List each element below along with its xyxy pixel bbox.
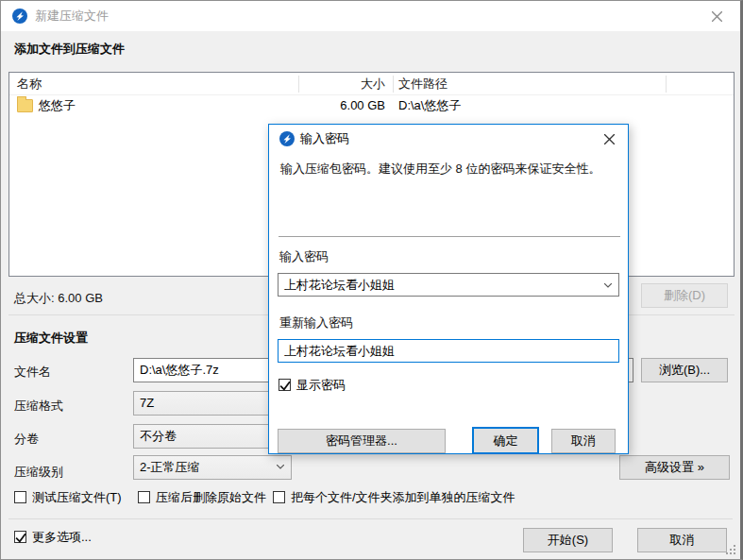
checkbox-label: 显示密码 xyxy=(296,378,346,393)
resize-grip[interactable] xyxy=(734,552,735,554)
app-logo-icon xyxy=(12,8,27,24)
checkbox-box[interactable] xyxy=(14,491,26,503)
checkbox-delete-originals[interactable]: 压缩后删除原始文件 xyxy=(138,490,266,505)
dialog-title: 输入密码 xyxy=(300,125,349,153)
check-icon xyxy=(279,380,291,391)
confirm-password-label: 重新输入密码 xyxy=(279,314,353,331)
window-close-button[interactable] xyxy=(701,1,733,31)
checkbox-box[interactable] xyxy=(273,491,285,503)
volume-value: 不分卷 xyxy=(140,429,177,443)
checkbox-label: 测试压缩文件(T) xyxy=(32,490,122,505)
section-add-files-label: 添加文件到压缩文件 xyxy=(14,41,125,58)
check-icon xyxy=(15,532,26,543)
column-divider[interactable] xyxy=(666,76,667,93)
new-archive-window: 新建压缩文件 添加文件到压缩文件 名称 大小 文件路径 悠悠子 6.00 GB … xyxy=(0,0,743,560)
level-label: 压缩级别 xyxy=(14,464,63,481)
checkbox-label: 更多选项... xyxy=(32,530,92,545)
section-settings-label: 压缩文件设置 xyxy=(14,330,88,347)
format-label: 压缩格式 xyxy=(14,398,63,415)
password-label: 输入密码 xyxy=(279,248,329,265)
checkbox-box[interactable] xyxy=(14,531,26,543)
window-title: 新建压缩文件 xyxy=(35,1,109,31)
password-manager-button[interactable]: 密码管理器... xyxy=(278,429,446,453)
filename-label: 文件名 xyxy=(14,364,51,381)
password-dialog: 输入密码 输入压缩包密码。建议使用至少 8 位的密码来保证安全性。 输入密码 上… xyxy=(268,124,629,454)
file-list-header: 名称 大小 文件路径 xyxy=(9,73,734,95)
confirm-password-input[interactable]: 上村花论坛看小姐姐 xyxy=(278,339,619,363)
table-row[interactable]: 悠悠子 6.00 GB D:\a\悠悠子 xyxy=(9,95,734,116)
level-value: 2-正常压缩 xyxy=(140,460,200,474)
folder-icon xyxy=(17,99,33,112)
password-value: 上村花论坛看小姐姐 xyxy=(284,278,395,292)
column-header-path[interactable]: 文件路径 xyxy=(398,73,447,95)
checkbox-test-archive[interactable]: 测试压缩文件(T) xyxy=(14,490,122,505)
dialog-close-button[interactable] xyxy=(594,125,624,153)
checkbox-label: 压缩后删除原始文件 xyxy=(156,490,266,505)
cancel-button[interactable]: 取消 xyxy=(637,528,727,552)
column-divider[interactable] xyxy=(298,76,299,93)
divider xyxy=(279,236,620,237)
advanced-settings-button[interactable]: 高级设置 » xyxy=(619,455,730,480)
total-size-text: 总大小: 6.00 GB xyxy=(14,290,103,307)
checkbox-separate-archives[interactable]: 把每个文件/文件夹添加到单独的压缩文件 xyxy=(273,490,515,505)
checkbox-more-options[interactable]: 更多选项... xyxy=(14,530,92,545)
close-icon xyxy=(604,134,615,144)
file-name: 悠悠子 xyxy=(39,95,76,116)
column-divider[interactable] xyxy=(393,76,394,93)
checkbox-box[interactable] xyxy=(279,379,291,391)
checkbox-label: 把每个文件/文件夹添加到单独的压缩文件 xyxy=(291,490,515,505)
checkbox-box[interactable] xyxy=(138,491,150,503)
password-input[interactable]: 上村花论坛看小姐姐 xyxy=(278,273,619,297)
dialog-titlebar: 输入密码 xyxy=(269,125,628,153)
column-header-size[interactable]: 大小 xyxy=(312,73,385,95)
volume-label: 分卷 xyxy=(14,431,39,448)
format-value: 7Z xyxy=(140,396,154,410)
app-logo-icon xyxy=(279,131,295,146)
start-button[interactable]: 开始(S) xyxy=(523,528,613,552)
window-titlebar: 新建压缩文件 xyxy=(1,1,740,31)
browse-button[interactable]: 浏览(B)... xyxy=(641,358,728,382)
column-header-name[interactable]: 名称 xyxy=(17,73,42,95)
chevron-down-icon xyxy=(604,283,612,288)
level-select[interactable]: 2-正常压缩 xyxy=(133,455,292,480)
close-icon xyxy=(712,11,722,22)
delete-button[interactable]: 删除(D) xyxy=(641,283,728,308)
dialog-message: 输入压缩包密码。建议使用至少 8 位的密码来保证安全性。 xyxy=(280,161,616,178)
file-path: D:\a\悠悠子 xyxy=(398,95,461,116)
file-size: 6.00 GB xyxy=(312,95,385,116)
chevron-down-icon xyxy=(277,465,284,469)
ok-button[interactable]: 确定 xyxy=(472,427,539,454)
divider xyxy=(8,518,733,519)
dialog-cancel-button[interactable]: 取消 xyxy=(551,429,616,453)
checkbox-show-password[interactable]: 显示密码 xyxy=(279,378,346,393)
